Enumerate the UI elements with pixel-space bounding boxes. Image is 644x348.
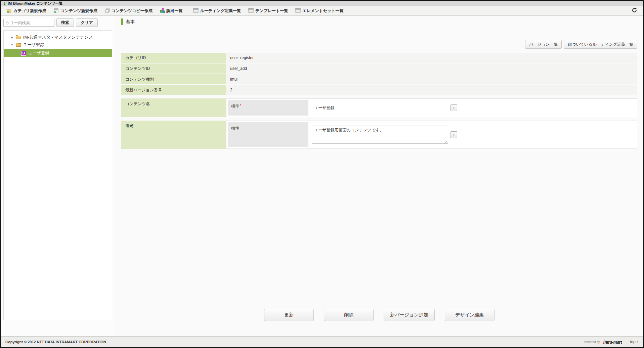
- tree-node-im-common-master[interactable]: ▶ IM-共通マスタ - マスタメンテナンス: [4, 34, 112, 41]
- action-button-row: 更新 削除 新バージョン追加 デザイン編集: [121, 309, 637, 321]
- intra-mart-logo: intra-mart: [603, 339, 622, 345]
- locale-label: 標準: [228, 122, 308, 147]
- row-label: 最新バージョン番号: [121, 85, 226, 95]
- search-button[interactable]: 検索: [56, 18, 74, 27]
- category-tree: ▶ IM-共通マスタ - マスタメンテナンス ▼: [3, 30, 112, 320]
- toolbar-separator: [188, 8, 188, 14]
- toolbar-item-label: テンプレート一覧: [255, 8, 288, 14]
- powered-by-label: Powered by: [584, 340, 600, 344]
- copy-icon: [105, 8, 110, 14]
- titlebar: IM-BloomMaker コンテンツ一覧: [1, 1, 643, 6]
- row-label: 備考: [121, 121, 226, 149]
- toolbar: カテゴリ新規作成 コンテンツ新規作成 コンテンツコピー作成: [1, 6, 643, 16]
- delete-button[interactable]: 削除: [324, 309, 374, 321]
- table-row-category-id: カテゴリID user_register: [121, 53, 637, 63]
- toolbar-item-copy-content[interactable]: コンテンツコピー作成: [101, 6, 156, 15]
- section-header: 基本: [115, 16, 643, 28]
- note-field-area: +: [308, 122, 636, 147]
- list-icon: [248, 8, 254, 14]
- row-value: user_register: [226, 53, 637, 63]
- table-row-content-id: コンテンツID user_add: [121, 63, 637, 74]
- app-window: IM-BloomMaker コンテンツ一覧 カテゴリ新規作成: [0, 0, 644, 348]
- refresh-button[interactable]: [630, 6, 639, 15]
- content-area: 検索 クリア ▶ IM-共通マスタ - マスタメンテナンス ▼: [1, 16, 643, 336]
- sidebar: 検索 クリア ▶ IM-共通マスタ - マスタメンテナンス ▼: [1, 16, 115, 336]
- folder-icon: [16, 35, 21, 40]
- content-name-field-area: +: [308, 100, 636, 116]
- clear-button[interactable]: クリア: [76, 18, 98, 27]
- locale-label: 標準 *: [228, 100, 308, 116]
- tree-node-label: ユーザ登録: [28, 50, 49, 56]
- row-label: コンテンツ種別: [121, 74, 226, 84]
- footer: Copyright © 2012 NTT DATA INTRAMART CORP…: [1, 336, 643, 347]
- toolbar-item-label: コンテンツ新規作成: [60, 8, 97, 14]
- toolbar-item-label: コンテンツコピー作成: [112, 8, 153, 14]
- folder-add-icon: [6, 8, 12, 14]
- toolbar-item-label: カテゴリ新規作成: [13, 8, 46, 14]
- list-icon: [295, 8, 301, 14]
- row-label: コンテンツ名: [121, 98, 226, 117]
- main-panel: 基本 バージョン一覧 紐づいているルーティング定義一覧 カテゴリID user_…: [115, 16, 643, 336]
- toolbar-item-new-content[interactable]: コンテンツ新規作成: [50, 6, 101, 15]
- content-info-table: カテゴリID user_register コンテンツID user_add コン…: [121, 53, 637, 149]
- toolbar-item-label: ルーティング定義一覧: [200, 8, 241, 14]
- list-icon: [193, 8, 199, 14]
- content-type-badge: U: [21, 51, 26, 56]
- row-value: imui: [226, 74, 637, 84]
- chevron-down-icon[interactable]: ▼: [10, 43, 14, 46]
- table-row-note: 備考 標準 +: [121, 121, 637, 149]
- toolbar-item-label: 認可一覧: [167, 8, 183, 14]
- tree-search-input[interactable]: [3, 19, 54, 27]
- toolbar-item-authz-list[interactable]: 認可一覧: [156, 6, 186, 15]
- add-locale-button[interactable]: +: [450, 131, 457, 138]
- tree-node-user-register-content[interactable]: U ユーザ登録: [4, 49, 112, 57]
- update-button[interactable]: 更新: [264, 309, 314, 321]
- authz-cubes-icon: [160, 8, 165, 14]
- toolbar-item-template-list[interactable]: テンプレート一覧: [245, 6, 292, 15]
- version-list-button[interactable]: バージョン一覧: [525, 40, 562, 49]
- required-mark: *: [240, 103, 241, 107]
- top-button-row: バージョン一覧 紐づいているルーティング定義一覧: [121, 40, 637, 49]
- tree-node-user-register-folder[interactable]: ▼ ユーザ登録: [4, 41, 112, 48]
- row-value: user_add: [226, 63, 637, 74]
- tree-search-row: 検索 クリア: [3, 18, 112, 27]
- toolbar-item-routing-list[interactable]: ルーティング定義一覧: [189, 6, 245, 15]
- toolbar-item-elementset-list[interactable]: エレメントセット一覧: [292, 6, 347, 15]
- main-body: バージョン一覧 紐づいているルーティング定義一覧 カテゴリID user_reg…: [115, 28, 643, 336]
- add-locale-button[interactable]: +: [450, 104, 457, 111]
- copyright-text: Copyright © 2012 NTT DATA INTRAMART CORP…: [5, 340, 106, 344]
- refresh-icon: [632, 8, 637, 14]
- chevron-right-icon[interactable]: ▶: [10, 36, 14, 39]
- design-edit-button[interactable]: デザイン編集: [445, 309, 495, 321]
- content-name-input[interactable]: [312, 104, 448, 112]
- app-icon: [4, 2, 5, 5]
- toolbar-item-label: エレメントセット一覧: [302, 8, 343, 14]
- section-accent-bar: [121, 18, 123, 25]
- table-row-latest-version: 最新バージョン番号 2: [121, 85, 637, 95]
- section-title: 基本: [126, 19, 135, 25]
- row-label: コンテンツID: [121, 63, 226, 74]
- linked-routing-list-button[interactable]: 紐づいているルーティング定義一覧: [564, 40, 637, 49]
- back-to-top-link[interactable]: top ↑: [630, 340, 639, 344]
- content-name-field-group: 標準 * +: [226, 98, 637, 117]
- folder-icon: [16, 42, 21, 48]
- tree-node-label: ユーザ登録: [23, 42, 44, 48]
- tree-node-label: IM-共通マスタ - マスタメンテナンス: [23, 35, 93, 40]
- table-row-content-type: コンテンツ種別 imui: [121, 74, 637, 84]
- window-title: IM-BloomMaker コンテンツ一覧: [8, 1, 62, 6]
- note-textarea[interactable]: [312, 126, 448, 144]
- table-row-content-name: コンテンツ名 標準 * +: [121, 98, 637, 117]
- footer-right: Powered by intra-mart top ↑: [584, 339, 639, 345]
- row-label: カテゴリID: [121, 53, 226, 63]
- row-value: 2: [226, 85, 637, 95]
- content-add-icon: [53, 8, 59, 14]
- toolbar-item-new-category[interactable]: カテゴリ新規作成: [3, 6, 50, 15]
- note-field-group: 標準 +: [226, 121, 637, 149]
- add-version-button[interactable]: 新バージョン追加: [384, 309, 434, 321]
